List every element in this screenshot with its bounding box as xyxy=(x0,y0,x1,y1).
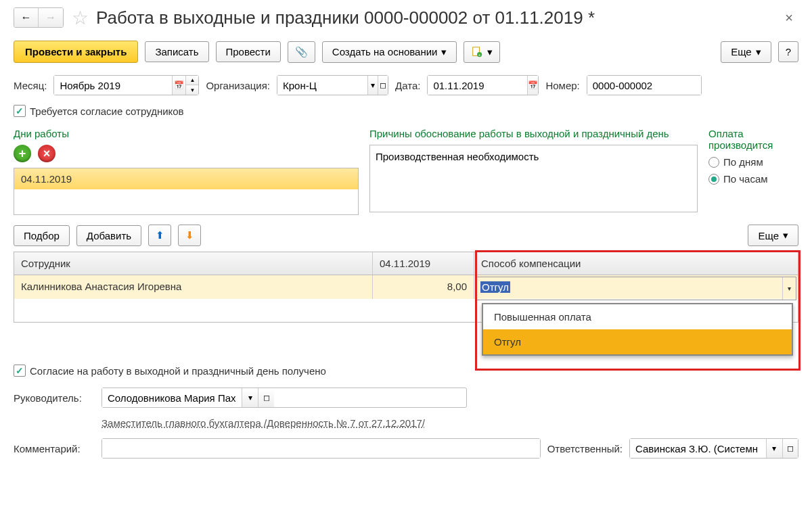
chevron-down-icon: ▾ xyxy=(441,46,447,58)
consent-checkbox[interactable]: ✓ xyxy=(14,105,26,117)
attach-button[interactable]: 📎 xyxy=(288,41,315,63)
page-title: Работа в выходные и праздники 0000-00000… xyxy=(96,7,595,28)
chevron-down-icon: ▾ xyxy=(783,229,788,241)
create-based-button[interactable]: Создать на основании ▾ xyxy=(322,41,457,63)
date-label: Дата: xyxy=(395,80,420,91)
chevron-down-icon[interactable]: ▾ xyxy=(782,277,796,300)
calendar-icon[interactable]: 📅 xyxy=(527,76,539,95)
month-up[interactable]: ▲ xyxy=(186,76,198,85)
manager-input[interactable] xyxy=(102,388,242,407)
manager-label: Руководитель: xyxy=(14,392,95,404)
days-list[interactable]: 04.11.2019 xyxy=(14,168,359,215)
col-employee[interactable]: Сотрудник xyxy=(14,252,373,275)
number-label: Номер: xyxy=(545,80,579,91)
add-day-button[interactable]: + xyxy=(14,145,31,162)
comment-label: Комментарий: xyxy=(14,443,95,454)
open-icon[interactable]: ◻ xyxy=(378,76,388,95)
number-input[interactable] xyxy=(587,76,701,95)
month-down[interactable]: ▼ xyxy=(186,85,198,95)
payment-title: Оплата производится xyxy=(708,128,798,151)
responsible-label: Ответственный: xyxy=(547,443,623,454)
dropdown-option-paid[interactable]: Повышенная оплата xyxy=(483,304,792,329)
submit-button[interactable]: Провести xyxy=(216,41,281,62)
payment-by-days[interactable]: По дням xyxy=(708,156,798,168)
close-icon[interactable]: × xyxy=(780,7,798,28)
help-button[interactable]: ? xyxy=(778,41,798,62)
col-compensation[interactable]: Способ компенсации xyxy=(474,252,798,275)
open-icon[interactable]: ◻ xyxy=(258,388,274,407)
cell-hours[interactable]: 8,00 xyxy=(373,275,474,299)
reason-textarea[interactable]: Производственная необходимость xyxy=(369,145,698,212)
comment-input[interactable] xyxy=(102,439,540,458)
chevron-down-icon[interactable]: ▾ xyxy=(242,388,258,407)
pick-button[interactable]: Подбор xyxy=(14,225,70,246)
document-icon: + xyxy=(471,46,483,58)
document-button[interactable]: + ▾ xyxy=(464,41,500,63)
open-icon[interactable]: ◻ xyxy=(782,439,798,458)
manager-position-link[interactable]: Заместитель главного бухгалтера /Доверен… xyxy=(102,417,425,429)
back-button[interactable]: ← xyxy=(14,8,39,27)
chevron-down-icon: ▾ xyxy=(756,46,761,58)
radio-icon xyxy=(708,157,719,168)
paperclip-icon: 📎 xyxy=(295,46,308,58)
calendar-icon[interactable]: 📅 xyxy=(172,76,185,95)
org-label: Организация: xyxy=(206,80,270,91)
table-more-button[interactable]: Еще ▾ xyxy=(748,225,798,246)
cell-employee[interactable]: Калинникова Анастасия Игоревна xyxy=(14,275,373,299)
work-consent-label: Согласие на работу в выходной и празднич… xyxy=(30,365,326,377)
forward-button[interactable]: → xyxy=(39,8,63,27)
day-item[interactable]: 04.11.2019 xyxy=(14,168,358,189)
svg-text:+: + xyxy=(479,53,481,57)
month-label: Месяц: xyxy=(14,80,47,91)
days-title: Дни работы xyxy=(14,128,359,139)
save-button[interactable]: Записать xyxy=(145,41,208,62)
compensation-dropdown[interactable]: Повышенная оплата Отгул xyxy=(482,303,793,356)
add-button[interactable]: Добавить xyxy=(76,225,141,246)
radio-icon xyxy=(708,174,719,185)
chevron-down-icon: ▾ xyxy=(487,46,493,58)
responsible-input[interactable] xyxy=(630,439,766,458)
comp-value: Отгул xyxy=(480,281,510,293)
submit-close-button[interactable]: Провести и закрыть xyxy=(14,41,138,63)
delete-day-button[interactable]: × xyxy=(38,145,55,162)
payment-by-hours[interactable]: По часам xyxy=(708,173,798,185)
col-date[interactable]: 04.11.2019 xyxy=(373,252,474,275)
table-row[interactable]: Калинникова Анастасия Игоревна 8,00 Отгу… xyxy=(14,275,798,299)
chevron-down-icon[interactable]: ▾ xyxy=(367,76,378,95)
dropdown-option-dayoff[interactable]: Отгул xyxy=(483,329,792,354)
work-consent-checkbox[interactable]: ✓ xyxy=(14,365,26,377)
more-button[interactable]: Еще ▾ xyxy=(721,41,771,63)
month-input[interactable] xyxy=(54,76,172,95)
move-up-button[interactable]: ⬆ xyxy=(148,225,171,246)
star-icon[interactable]: ☆ xyxy=(69,7,91,28)
consent-label: Требуется согласие сотрудников xyxy=(30,105,184,117)
move-down-button[interactable]: ⬇ xyxy=(178,225,201,246)
date-input[interactable] xyxy=(428,76,526,95)
org-input[interactable] xyxy=(277,76,367,95)
reason-title: Причины обоснование работы в выходной и … xyxy=(369,128,698,139)
chevron-down-icon[interactable]: ▾ xyxy=(766,439,782,458)
cell-compensation[interactable]: Отгул ▾ xyxy=(474,275,798,299)
